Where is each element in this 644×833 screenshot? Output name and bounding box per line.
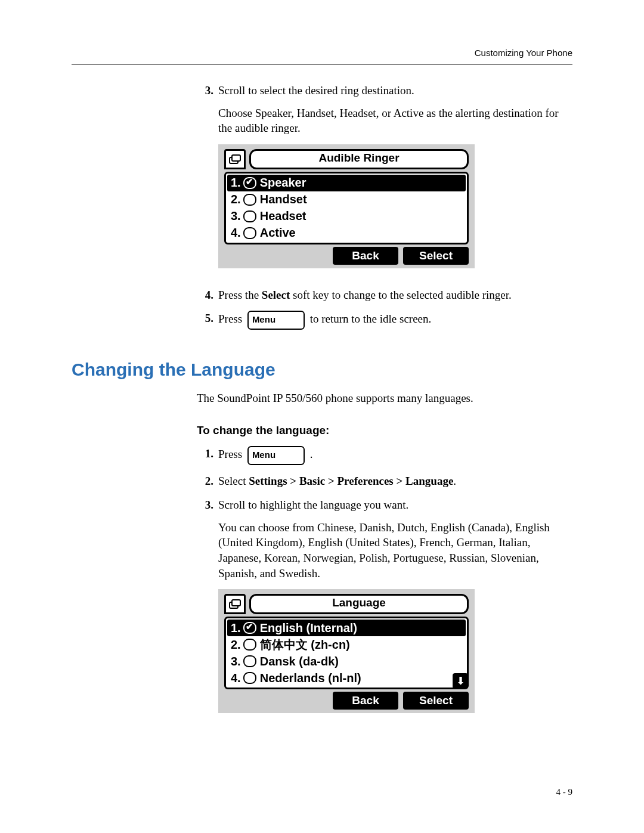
step-text: Scroll to highlight the language you wan… [218, 497, 572, 513]
phone-screen-language: Language 1. English (Internal) 2. 简体中文 (… [218, 589, 475, 713]
menu-key-button[interactable]: Menu [247, 311, 305, 330]
step-text: You can choose from Chinese, Danish, Dut… [218, 520, 572, 581]
text: soft key to change to the selected audib… [290, 289, 511, 301]
step-3: 3. Scroll to select the desired ring des… [197, 83, 572, 279]
step-number: 5. [197, 311, 218, 330]
svg-rect-1 [232, 155, 240, 161]
step-text: Press the Select soft key to change to t… [218, 287, 572, 303]
text: to return to the idle screen. [310, 313, 432, 326]
key-label: Menu [252, 447, 275, 463]
softkey-back-button[interactable]: Back [333, 247, 398, 265]
item-label: English (Internal) [260, 620, 357, 636]
text: Select [218, 475, 249, 487]
step-4: 4. Press the Select soft key to change t… [197, 287, 572, 303]
step-text: Select Settings > Basic > Preferences > … [218, 473, 572, 489]
list-item[interactable]: 1. Speaker [227, 175, 466, 191]
item-label: Speaker [260, 175, 306, 191]
text-bold: Settings > Basic > Preferences > Languag… [249, 475, 453, 487]
text: . [310, 448, 313, 461]
svg-rect-3 [232, 600, 240, 606]
softkey-select-button[interactable]: Select [403, 247, 469, 265]
text: Press [218, 448, 245, 461]
phone-icon [229, 154, 241, 164]
item-label: Headset [260, 208, 306, 224]
running-header: Customizing Your Phone [72, 48, 572, 58]
phone-option-list: 1. Speaker 2. Handset 3. Headset [224, 172, 469, 244]
item-index: 1. [231, 620, 241, 636]
phone-tab-icon [224, 149, 246, 169]
item-index: 2. [231, 191, 241, 208]
list-item[interactable]: 3. Headset [227, 208, 466, 225]
list-item[interactable]: 2. Handset [227, 191, 466, 208]
step-text: Press Menu to return to the idle screen. [218, 311, 572, 330]
section-heading-changing-language: Changing the Language [72, 360, 572, 380]
item-index: 1. [231, 175, 241, 191]
step-number: 2. [197, 473, 218, 489]
list-item[interactable]: 3. Dansk (da-dk) [227, 653, 466, 670]
phone-screen-title: Language [249, 594, 469, 614]
phone-tab-icon [224, 594, 246, 614]
item-label: Handset [260, 191, 307, 208]
key-label: Menu [252, 312, 275, 327]
list-item[interactable]: 1. English (Internal) [227, 620, 466, 636]
list-item[interactable]: 4. Nederlands (nl-nl) [227, 670, 466, 686]
step-text: Press Menu . [218, 446, 572, 465]
list-item[interactable]: 4. Active [227, 225, 466, 241]
radio-icon [243, 227, 256, 239]
item-index: 4. [231, 670, 241, 686]
procedure-subheading: To change the language: [197, 423, 572, 438]
arrow-down-icon: ⬇ [456, 674, 465, 688]
step-1: 1. Press Menu . [197, 446, 572, 465]
step-number: 4. [197, 287, 218, 303]
scroll-down-button[interactable]: ⬇ [453, 673, 468, 689]
radio-icon [243, 210, 256, 222]
step-text: Choose Speaker, Handset, Headset, or Act… [218, 106, 572, 136]
phone-icon [229, 599, 241, 609]
step-number: 1. [197, 446, 218, 465]
text-bold: Select [262, 289, 290, 301]
phone-option-list: 1. English (Internal) 2. 简体中文 (zh-cn) 3. [224, 617, 469, 689]
softkey-back-button[interactable]: Back [333, 692, 398, 710]
radio-icon [243, 639, 256, 651]
menu-key-button[interactable]: Menu [247, 446, 305, 465]
phone-screen-title: Audible Ringer [249, 149, 469, 169]
item-label: Nederlands (nl-nl) [260, 670, 361, 686]
item-label: 简体中文 (zh-cn) [260, 637, 350, 653]
item-label: Active [260, 225, 296, 241]
phone-screen-audible-ringer: Audible Ringer 1. Speaker 2. Handset [218, 144, 475, 268]
step-5: 5. Press Menu to return to the idle scre… [197, 311, 572, 330]
step-3b: 3. Scroll to highlight the language you … [197, 497, 572, 724]
item-index: 2. [231, 637, 241, 653]
step-number: 3. [197, 83, 218, 279]
radio-icon [243, 655, 256, 667]
softkey-select-button[interactable]: Select [403, 692, 469, 710]
item-index: 3. [231, 654, 241, 670]
step-2: 2. Select Settings > Basic > Preferences… [197, 473, 572, 489]
radio-checked-icon [243, 622, 256, 634]
radio-icon [243, 194, 256, 206]
item-index: 4. [231, 225, 241, 241]
step-text: Scroll to select the desired ring destin… [218, 83, 572, 98]
radio-checked-icon [243, 177, 256, 189]
page-number: 4 - 9 [556, 787, 573, 797]
list-item[interactable]: 2. 简体中文 (zh-cn) [227, 636, 466, 653]
step-number: 3. [197, 497, 218, 724]
text: Press the [218, 289, 262, 301]
radio-icon [243, 672, 256, 684]
text: Press [218, 313, 245, 326]
text: . [453, 475, 456, 487]
section-intro: The SoundPoint IP 550/560 phone supports… [197, 391, 572, 406]
header-rule [72, 64, 572, 65]
item-label: Dansk (da-dk) [260, 654, 339, 670]
item-index: 3. [231, 208, 241, 224]
